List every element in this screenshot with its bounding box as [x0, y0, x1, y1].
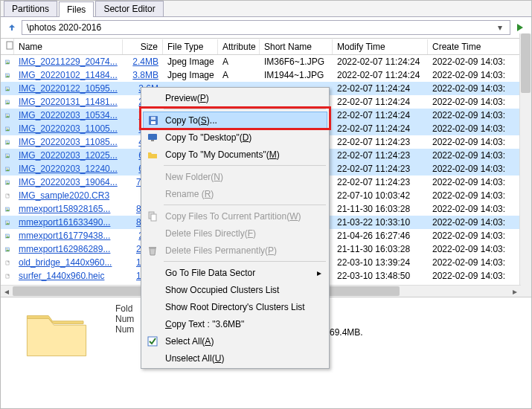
col-short[interactable]: Short Name [260, 39, 333, 54]
cell-name[interactable]: mmexport162986289... [14, 243, 123, 255]
cell-attr: A [218, 56, 260, 68]
svg-point-27 [7, 235, 7, 236]
cell-name[interactable]: IMG_20220203_11085... [14, 136, 123, 148]
menu-item[interactable]: Copy To(S)... [143, 112, 327, 129]
cell-mod: 22-03-10 13:39:24 [333, 257, 428, 268]
svg-point-25 [7, 222, 7, 222]
svg-rect-36 [148, 134, 157, 140]
menu-item[interactable]: Go To File Data Sector▸ [143, 264, 327, 281]
row-icon [1, 123, 14, 135]
svg-rect-34 [151, 117, 156, 120]
path-field[interactable]: \photos 2020-2016 ▾ [22, 20, 510, 35]
path-text: \photos 2020-2016 [27, 22, 101, 33]
footer-size: 69.4MB. [330, 327, 363, 338]
cell-size[interactable]: 3.8MB [123, 69, 163, 81]
cell-name[interactable]: IMG_20220203_12240... [14, 163, 123, 175]
tab-files[interactable]: Files [59, 1, 94, 17]
cell-mod: 22-02-07 11:24:23 [333, 136, 428, 148]
copy-icon [146, 210, 159, 223]
cell-name[interactable]: mmexport158928165... [14, 203, 123, 215]
cell-name[interactable]: IMG_20211229_20474... [14, 56, 123, 68]
file-icon [5, 41, 14, 50]
scroll-thumb[interactable] [521, 33, 531, 93]
cell-mod: 21-11-30 16:03:28 [333, 203, 428, 215]
menu-item: Copy Files To Current Partition(W) [143, 207, 327, 225]
row-icon [1, 217, 14, 228]
table-row[interactable]: IMG_20211229_20474...2.4MBJpeg ImageAIM3… [1, 55, 531, 68]
scroll-right-icon[interactable]: ▸ [509, 286, 521, 297]
svg-rect-40 [149, 247, 156, 248]
up-button[interactable] [5, 21, 19, 34]
menu-separator [164, 261, 326, 262]
cell-create: 2022-02-09 14:03: [428, 83, 525, 94]
cell-mod: 22-03-10 13:48:50 [333, 270, 428, 282]
cell-create: 2022-02-09 14:03: [428, 96, 525, 108]
cell-name[interactable]: IMG_20220203_11005... [14, 123, 123, 135]
cell-name[interactable]: old_bridge_1440x960... [14, 257, 123, 268]
cell-mod: 22-02-07 11:24:23 [333, 176, 428, 188]
cell-name[interactable]: IMG_20220131_11481... [14, 96, 123, 108]
menu-item[interactable]: Show Root Directory's Clusters List [143, 298, 327, 315]
col-size[interactable]: Size [123, 39, 163, 54]
menu-item[interactable]: Copy Text : "3.6MB" [143, 315, 327, 332]
row-icon [1, 164, 14, 175]
col-attr[interactable]: Attribute [218, 39, 260, 54]
cell-name[interactable]: IMG_20220102_11484... [14, 69, 123, 81]
menu-item[interactable]: Show Occupied Clusters List [143, 281, 327, 298]
col-create[interactable]: Create Time [428, 39, 525, 54]
cell-name[interactable]: mmexport161633490... [14, 216, 123, 228]
cell-size[interactable]: 2.4MB [123, 56, 163, 68]
cell-mod: 2022-02-07 11:24:24 [333, 56, 428, 68]
row-icon [1, 150, 14, 161]
menu-item[interactable]: Select All(A) [143, 332, 327, 350]
tab-partitions[interactable]: Partitions [4, 1, 57, 16]
cell-create: 2022-02-09 14:03: [428, 257, 525, 268]
row-icon [1, 244, 14, 255]
cell-create: 2022-02-09 14:03: [428, 69, 525, 81]
svg-point-29 [7, 248, 7, 249]
cell-create: 2022-02-09 14:03: [428, 270, 525, 282]
menu-item[interactable]: Copy To "My Documents"(M) [143, 146, 327, 163]
go-button[interactable] [513, 21, 527, 34]
cell-mod: 21-11-30 16:03:28 [333, 243, 428, 255]
cell-name[interactable]: surfer_1440x960.heic [14, 270, 123, 282]
check-icon [146, 335, 159, 348]
cell-mod: 2022-02-07 11:24:24 [333, 69, 428, 81]
table-row[interactable]: IMG_20220102_11484...3.8MBJpeg ImageAIM1… [1, 68, 531, 82]
col-mod[interactable]: Modify Time [333, 39, 428, 54]
menu-item[interactable]: Preview(P) [143, 89, 327, 106]
grid-header[interactable]: Name Size File Type Attribute Short Name… [1, 39, 531, 55]
cell-mod: 22-02-07 11:24:24 [333, 83, 428, 94]
svg-point-14 [7, 141, 7, 142]
menu-item[interactable]: Copy To "Desktop"(D) [143, 129, 327, 146]
row-icon [1, 190, 14, 202]
col-type[interactable]: File Type [163, 39, 218, 54]
cell-short: IM36F6~1.JPG [260, 56, 333, 68]
menu-separator [164, 165, 326, 166]
tab-bar: PartitionsFilesSector Editor [1, 1, 531, 17]
cell-name[interactable]: IMG_20220203_19064... [14, 176, 123, 188]
cell-create: 2022-02-09 14:03: [428, 123, 525, 135]
svg-point-2 [7, 61, 7, 62]
cell-name[interactable]: IMG_sample2020.CR3 [14, 190, 123, 202]
cell-name[interactable]: IMG_20220122_10595... [14, 83, 123, 94]
vertical-scrollbar[interactable] [519, 33, 531, 298]
cell-mod: 22-02-07 11:24:23 [333, 149, 428, 161]
col-name[interactable]: Name [14, 39, 123, 54]
row-icon [1, 83, 14, 94]
cell-create: 2022-02-09 14:03: [428, 190, 525, 202]
svg-rect-35 [151, 121, 156, 124]
row-icon [1, 177, 14, 188]
scroll-left-icon[interactable]: ◂ [1, 286, 13, 297]
menu-item[interactable]: Unselect All(U) [143, 350, 327, 367]
cell-create: 2022-02-09 14:03: [428, 243, 525, 255]
tab-sector-editor[interactable]: Sector Editor [95, 1, 163, 16]
cell-name[interactable]: IMG_20220203_10534... [14, 109, 123, 121]
menu-item: Delete Files Permanently(P) [143, 242, 327, 259]
path-dropdown-icon[interactable]: ▾ [495, 22, 505, 33]
svg-point-4 [7, 74, 7, 75]
desktop-icon [146, 131, 159, 144]
row-icon [1, 137, 14, 148]
cell-name[interactable]: mmexport161779438... [14, 230, 123, 242]
cell-name[interactable]: IMG_20220203_12025... [14, 149, 123, 161]
